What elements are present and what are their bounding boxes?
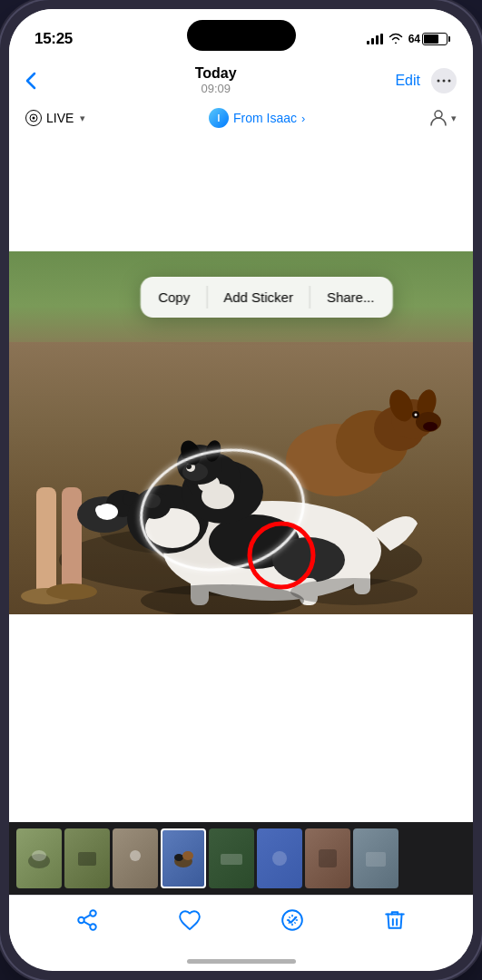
svg-rect-59 — [221, 854, 242, 865]
photo-container: Copy Add Sticker Share... — [9, 251, 473, 614]
from-badge[interactable]: I From Isaac › — [209, 108, 305, 128]
svg-point-11 — [46, 583, 97, 600]
svg-rect-62 — [366, 852, 386, 867]
magic-wand-button[interactable] — [280, 908, 304, 932]
photo-header: LIVE ▾ I From Isaac › ▾ — [9, 103, 473, 133]
svg-point-4 — [33, 117, 35, 120]
thumbnail-item[interactable] — [257, 828, 302, 888]
edit-button[interactable]: Edit — [395, 73, 420, 89]
back-button[interactable] — [25, 72, 36, 90]
bottom-toolbar — [9, 895, 473, 959]
svg-point-55 — [130, 850, 141, 861]
from-label: From Isaac — [233, 111, 297, 125]
thumbnail-item[interactable] — [209, 828, 254, 888]
chevron-down-icon: ▾ — [451, 113, 457, 124]
svg-point-51 — [290, 578, 418, 605]
svg-point-24 — [423, 422, 438, 431]
svg-point-26 — [415, 414, 418, 416]
thumbnail-item[interactable] — [353, 828, 398, 888]
live-chevron-icon[interactable]: ▾ — [80, 113, 85, 124]
trash-icon — [383, 908, 407, 932]
svg-point-53 — [32, 850, 46, 861]
svg-point-5 — [435, 111, 442, 118]
thumbnail-item[interactable] — [305, 828, 350, 888]
home-indicator — [187, 959, 296, 964]
svg-rect-8 — [36, 487, 56, 596]
add-sticker-button[interactable]: Add Sticker — [207, 279, 310, 316]
person-sort-button[interactable]: ▾ — [428, 108, 457, 128]
svg-rect-61 — [319, 849, 337, 867]
thumbnail-item[interactable] — [16, 828, 62, 888]
nav-center: Today 09:09 — [195, 65, 237, 95]
nav-title: Today — [195, 65, 237, 82]
svg-point-2 — [448, 79, 450, 82]
share-button[interactable] — [75, 908, 99, 932]
context-menu: Copy Add Sticker Share... — [140, 277, 392, 318]
white-space-bottom — [9, 614, 473, 723]
share-button[interactable]: Share... — [310, 279, 391, 316]
live-icon — [25, 110, 42, 126]
live-label: LIVE — [46, 111, 74, 125]
phone-screen: 15:25 64 — [9, 9, 473, 971]
svg-point-60 — [272, 851, 287, 866]
thumbnail-item[interactable] — [113, 828, 158, 888]
battery-icon: 64 — [408, 33, 448, 45]
thumbnail-strip — [9, 822, 473, 895]
nav-bar: Today 09:09 Edit — [9, 62, 473, 103]
signal-icon — [367, 34, 383, 44]
nav-actions: Edit — [395, 68, 457, 93]
from-chevron-icon: › — [301, 112, 305, 125]
trash-button[interactable] — [383, 908, 407, 932]
battery-percent: 64 — [408, 33, 420, 45]
svg-point-0 — [437, 79, 439, 82]
thumbnail-item-active[interactable] — [161, 828, 206, 888]
photo-scene: Copy Add Sticker Share... — [9, 251, 473, 614]
main-content: Copy Add Sticker Share... — [9, 133, 473, 822]
svg-rect-54 — [78, 852, 96, 866]
svg-point-57 — [174, 854, 183, 861]
svg-point-16 — [95, 505, 104, 514]
svg-rect-9 — [62, 487, 82, 596]
svg-point-58 — [182, 851, 193, 860]
heart-icon — [178, 908, 202, 932]
heart-button[interactable] — [178, 908, 202, 932]
wifi-icon — [389, 33, 403, 46]
dynamic-island — [187, 20, 296, 51]
from-avatar: I — [209, 108, 229, 128]
white-space-top — [9, 133, 473, 251]
nav-subtitle: 09:09 — [195, 82, 237, 95]
status-icons: 64 — [367, 33, 448, 46]
share-icon — [75, 908, 99, 932]
status-time: 15:25 — [34, 30, 73, 48]
phone-frame: 15:25 64 — [0, 0, 482, 980]
magic-wand-icon — [280, 908, 304, 932]
more-button[interactable] — [431, 68, 457, 93]
copy-button[interactable]: Copy — [142, 279, 206, 316]
thumbnail-item[interactable] — [64, 828, 110, 888]
svg-point-1 — [442, 79, 445, 82]
live-badge: LIVE ▾ — [25, 110, 85, 126]
